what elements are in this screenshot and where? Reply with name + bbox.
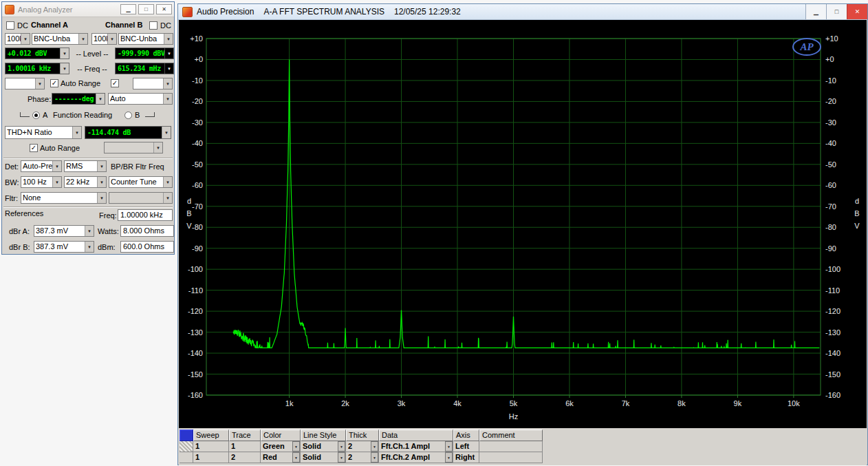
- col-header-trace: Trace: [229, 430, 261, 441]
- function-b-radio[interactable]: [124, 112, 132, 119]
- svg-text:-110: -110: [188, 286, 203, 295]
- trace-cell[interactable]: 2: [229, 452, 261, 463]
- watts-input[interactable]: 8.000 Ohms: [120, 225, 174, 237]
- svg-text:-150: -150: [188, 370, 203, 379]
- data-cell[interactable]: Fft.Ch.2 Ampl ▼: [379, 452, 453, 463]
- filter-combo[interactable]: None ▼: [21, 192, 107, 204]
- combo-value: Auto-Pre: [21, 161, 52, 171]
- svg-text:d: d: [187, 197, 191, 205]
- bw-low-combo[interactable]: 100 Hz ▼: [21, 176, 62, 188]
- input-b-connector-combo[interactable]: BNC-Unba ▼: [118, 33, 173, 45]
- chevron-down-icon[interactable]: ▼: [338, 441, 345, 452]
- freq-a-display[interactable]: 1.00016 kHz ▼: [5, 63, 69, 74]
- input-b-range-combo[interactable]: 100k ▼: [91, 33, 117, 45]
- svg-text:-40: -40: [825, 139, 836, 147]
- svg-text:-140: -140: [825, 349, 840, 357]
- chevron-down-icon[interactable]: ▼: [445, 441, 453, 452]
- data-cell[interactable]: Fft.Ch.1 Ampl ▼: [379, 441, 453, 452]
- line-style-value: Solid: [303, 442, 321, 450]
- chevron-down-icon[interactable]: ▼: [371, 441, 378, 452]
- dbm-input[interactable]: 600.0 Ohms: [120, 241, 174, 253]
- dbra-combo[interactable]: 387.3 mV ▼: [34, 225, 94, 237]
- ref-freq-input[interactable]: 1.00000 kHz: [118, 209, 173, 221]
- counter-tune-combo[interactable]: Counter Tune ▼: [109, 176, 173, 188]
- function-reading-display[interactable]: -114.474 dB ▼: [85, 126, 171, 139]
- function-a-radio[interactable]: [32, 112, 40, 119]
- maximize-button[interactable]: □: [138, 4, 154, 14]
- phase-mode-combo[interactable]: Auto ▼: [108, 93, 173, 105]
- close-button[interactable]: ✕: [156, 4, 172, 14]
- comment-cell[interactable]: [479, 441, 543, 452]
- chevron-down-icon[interactable]: ▼: [292, 452, 300, 463]
- phase-display[interactable]: -------deg ▼: [52, 93, 105, 105]
- level-a-display[interactable]: +0.012 dBV ▼: [5, 47, 69, 59]
- svg-text:-100: -100: [825, 265, 840, 273]
- auto-range-a-checkbox[interactable]: [50, 79, 58, 87]
- chevron-down-icon: ▼: [60, 63, 69, 74]
- row-select-cell[interactable]: [180, 452, 193, 463]
- combo-value: BNC-Unba: [119, 34, 164, 44]
- comment-cell[interactable]: [479, 452, 543, 463]
- fft-app-icon: [182, 7, 193, 17]
- maximize-button[interactable]: □: [826, 4, 847, 19]
- chevron-down-icon[interactable]: ▼: [371, 452, 378, 463]
- detector-type-combo[interactable]: RMS ▼: [64, 160, 107, 172]
- chevron-down-icon[interactable]: ▼: [445, 452, 453, 463]
- function-mode-combo[interactable]: THD+N Ratio ▼: [5, 126, 82, 139]
- minimize-button[interactable]: ▁: [120, 4, 136, 14]
- close-button[interactable]: ✕: [847, 4, 867, 19]
- divider: [3, 206, 173, 208]
- minimize-button[interactable]: ▁: [805, 4, 826, 19]
- table-corner-cell[interactable]: [180, 430, 193, 441]
- dc-a-checkbox[interactable]: [6, 21, 14, 30]
- combo-value: [105, 142, 153, 153]
- color-cell[interactable]: Red ▼: [261, 452, 301, 463]
- fn-aux-combo[interactable]: ▼: [104, 142, 163, 153]
- dc-b-checkbox[interactable]: [149, 21, 158, 30]
- chevron-down-icon[interactable]: ▼: [292, 441, 300, 452]
- level-b-display[interactable]: -999.990 dBV ▼: [115, 47, 174, 59]
- auto-range-b-checkbox[interactable]: [111, 79, 119, 87]
- auto-range-fn-checkbox[interactable]: [30, 144, 38, 152]
- auto-range-a-label: Auto Range: [61, 79, 100, 88]
- svg-text:-30: -30: [192, 118, 203, 127]
- filter-aux-combo[interactable]: ▼: [109, 192, 173, 204]
- fft-app-name: Audio Precision: [197, 7, 254, 17]
- bracket-right: [145, 112, 155, 117]
- svg-text:-70: -70: [192, 202, 203, 211]
- svg-text:-60: -60: [825, 181, 836, 189]
- svg-text:-130: -130: [188, 328, 203, 337]
- svg-text:1k: 1k: [285, 399, 294, 407]
- dbrb-combo[interactable]: 387.3 mV ▼: [34, 241, 94, 253]
- color-cell[interactable]: Green ▼: [261, 441, 301, 452]
- freq-b-display[interactable]: 615.234 mHz ▼: [115, 63, 174, 74]
- sweep-cell[interactable]: 1: [193, 441, 229, 452]
- col-header-sweep: Sweep: [193, 430, 229, 441]
- input-a-range-combo[interactable]: 100k ▼: [5, 33, 30, 45]
- bw-high-combo[interactable]: 22 kHz ▼: [64, 176, 107, 188]
- chevron-down-icon[interactable]: ▼: [338, 452, 345, 463]
- detector-pre-combo[interactable]: Auto-Pre ▼: [21, 160, 62, 172]
- function-reading-value: -114.474 dB: [85, 127, 162, 138]
- reading-rate-a-combo[interactable]: ▼: [5, 78, 45, 89]
- col-header-color: Color: [261, 430, 301, 441]
- reading-rate-b-combo[interactable]: ▼: [133, 78, 173, 89]
- input-a-connector-combo[interactable]: BNC-Unba ▼: [32, 33, 88, 45]
- axis-cell[interactable]: Left: [453, 441, 479, 452]
- thick-cell[interactable]: 2 ▼: [346, 452, 379, 463]
- thick-cell[interactable]: 2 ▼: [346, 441, 379, 452]
- dc-a-label: DC: [17, 21, 28, 30]
- axis-cell[interactable]: Right: [453, 452, 479, 463]
- dc-b-label: DC: [160, 21, 171, 30]
- sweep-table-row: 1 2 Red ▼ Solid ▼ 2 ▼ Fft.Ch.2 Ampl ▼: [180, 452, 543, 463]
- line-style-cell[interactable]: Solid ▼: [301, 452, 346, 463]
- analyzer-titlebar[interactable]: Analog Analyzer ▁ □ ✕: [2, 2, 174, 17]
- sweep-cell[interactable]: 1: [193, 452, 229, 463]
- trace-cell[interactable]: 1: [229, 441, 261, 452]
- chevron-down-icon: ▼: [164, 48, 173, 59]
- analyzer-app-icon: [5, 5, 14, 14]
- chevron-down-icon: ▼: [163, 193, 172, 203]
- line-style-cell[interactable]: Solid ▼: [301, 441, 346, 452]
- row-select-cell[interactable]: [180, 441, 193, 452]
- fft-titlebar[interactable]: Audio Precision A-A FFT SPECTRUM ANALYSI…: [178, 4, 867, 20]
